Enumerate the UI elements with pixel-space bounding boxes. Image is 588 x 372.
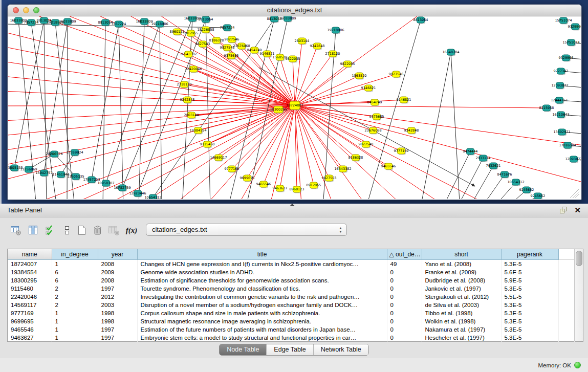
table-row[interactable]: 1830029562008Estimation of significance …: [8, 276, 575, 285]
graph-node[interactable]: 8471676: [497, 171, 512, 179]
cell-in_degree[interactable]: 1: [52, 260, 98, 269]
graph-node[interactable]: 9242848: [180, 97, 195, 104]
delete-rows-trash-button[interactable]: [91, 224, 104, 237]
cell-year[interactable]: 2009: [98, 268, 137, 276]
cell-name[interactable]: 9699695: [8, 317, 52, 325]
cell-pagerank[interactable]: 5.3E-5: [501, 301, 558, 309]
graph-node[interactable]: 9227342: [554, 68, 569, 75]
graph-node[interactable]: 8215958: [539, 105, 554, 112]
cell-short[interactable]: Dudbridge et al. (2008): [422, 276, 501, 285]
graph-node[interactable]: 9822035: [286, 56, 300, 63]
cell-out_degree[interactable]: 0: [387, 285, 422, 293]
cell-title[interactable]: Estimation of the future numbers of pati…: [137, 325, 387, 334]
graph-node[interactable]: 13692971: [553, 129, 570, 136]
cell-out_degree[interactable]: 0: [387, 268, 422, 276]
cell-out_degree[interactable]: 0: [387, 334, 422, 342]
cell-pagerank[interactable]: 5.3E-5: [501, 309, 558, 317]
cell-title[interactable]: Changes of HCN gene expression and I(f) …: [137, 260, 387, 269]
cell-title[interactable]: Structural magnetic resonance image aver…: [137, 317, 387, 325]
graph-node[interactable]: 17016504: [559, 142, 576, 149]
graph-node[interactable]: 9115460: [200, 141, 215, 148]
cell-name[interactable]: 19384554: [8, 268, 52, 276]
graph-node[interactable]: 16782759: [114, 185, 130, 192]
graph-node[interactable]: 8960123: [290, 186, 304, 193]
graph-node[interactable]: 9827548: [220, 45, 235, 52]
graph-node[interactable]: 7857224: [220, 25, 235, 32]
graph-node[interactable]: 16210643: [552, 112, 569, 119]
table-row[interactable]: 1938455462009Genome-wide association stu…: [8, 268, 575, 276]
cell-title[interactable]: Tourette syndrome. Phenomenology and cla…: [137, 285, 387, 293]
graph-node[interactable]: 9245652: [519, 187, 534, 194]
table-scrollbar[interactable]: [574, 249, 583, 341]
cell-out_degree[interactable]: 49: [387, 260, 422, 269]
cell-year[interactable]: 1998: [98, 309, 137, 317]
cell-year[interactable]: 2008: [98, 260, 137, 269]
graph-node[interactable]: 9146821: [397, 97, 411, 104]
graph-node[interactable]: 9777169: [394, 148, 409, 155]
graph-node[interactable]: 8813054: [199, 16, 213, 24]
cell-short[interactable]: Stergiakouli et al. (2012): [422, 293, 501, 301]
network-graph[interactable]: 1872400718300295896012389129551822605898…: [8, 16, 581, 199]
column-header-title[interactable]: title: [137, 249, 387, 260]
graph-node[interactable]: 16648784: [442, 49, 459, 56]
show-columns-button[interactable]: [27, 224, 40, 237]
graph-node[interactable]: 13505135: [67, 173, 84, 181]
cell-pagerank[interactable]: 5.3E-5: [501, 334, 558, 342]
cell-title[interactable]: Investigating the contribution of common…: [137, 293, 387, 301]
tab-node-table[interactable]: Node Table: [220, 344, 266, 355]
graph-node[interactable]: 8813054: [413, 17, 428, 24]
graph-node[interactable]: 9146821: [361, 85, 376, 92]
cell-year[interactable]: 2003: [98, 301, 137, 309]
cell-out_degree[interactable]: 0: [387, 325, 422, 334]
graph-node[interactable]: 9474444: [463, 148, 478, 156]
cell-name[interactable]: 22420046: [8, 293, 52, 301]
graph-node[interactable]: 9242848: [310, 43, 325, 50]
cell-pagerank[interactable]: 5.9E-5: [501, 276, 558, 285]
table-row[interactable]: 1456911722003Disruption of a novel membe…: [8, 301, 575, 309]
cell-title[interactable]: Corpus callosum shape and size in male p…: [137, 309, 387, 317]
resize-grip[interactable]: [570, 189, 579, 198]
graph-node[interactable]: 9463627: [273, 185, 288, 192]
table-row[interactable]: 2242004622012Investigating the contribut…: [8, 293, 575, 301]
select-columns-button[interactable]: [43, 224, 57, 237]
graph-node[interactable]: 16033809: [279, 16, 296, 23]
cell-out_degree[interactable]: 0: [387, 293, 422, 301]
network-view-window[interactable]: citations_edges.txt 18724007183002958960…: [7, 4, 582, 200]
cell-year[interactable]: 1998: [98, 317, 137, 325]
column-header-out_degree[interactable]: △ out_de…: [387, 249, 422, 260]
cell-name[interactable]: 9115460: [8, 285, 52, 293]
cell-in_degree[interactable]: 1: [52, 317, 98, 325]
cell-pagerank[interactable]: 5.3E-5: [501, 285, 558, 293]
graph-node[interactable]: 9822035: [340, 61, 355, 68]
cell-year[interactable]: 2008: [98, 276, 137, 285]
cell-in_degree[interactable]: 6: [52, 276, 98, 285]
graph-node[interactable]: 15942757: [35, 170, 52, 177]
cell-short[interactable]: Nakamura et al. (1997): [422, 325, 501, 334]
graph-node[interactable]: 17359924: [66, 149, 83, 157]
graph-node[interactable]: 9827503: [195, 41, 210, 48]
graph-node[interactable]: 7932621: [486, 163, 501, 170]
cell-in_degree[interactable]: 6: [52, 268, 98, 276]
minimize-window-button[interactable]: [23, 7, 29, 13]
cell-year[interactable]: 1997: [98, 334, 137, 342]
cell-short[interactable]: Wolkin et al. (1998): [422, 317, 501, 325]
graph-node[interactable]: 8912955: [184, 30, 199, 37]
graph-node[interactable]: 2803144: [295, 38, 310, 45]
graph-node[interactable]: 9827546: [225, 36, 239, 43]
table-settings-button[interactable]: [9, 224, 23, 237]
cell-name[interactable]: 18724007: [8, 260, 52, 269]
cell-name[interactable]: 9465546: [8, 325, 52, 334]
zoom-window-button[interactable]: [33, 7, 39, 13]
cell-out_degree[interactable]: 0: [387, 317, 422, 325]
graph-node[interactable]: 9375685: [369, 114, 384, 121]
table-row[interactable]: 1872400712008Changes of HCN gene express…: [8, 260, 575, 269]
graph-node[interactable]: 2718120: [325, 51, 340, 58]
cell-short[interactable]: Hescheler et al. (1997): [422, 334, 501, 342]
column-header-pagerank[interactable]: pagerank: [501, 249, 558, 260]
table-source-select[interactable]: citations_edges.txt ▲▼: [146, 224, 347, 236]
graph-node[interactable]: 15751074: [555, 17, 572, 25]
column-header-year[interactable]: year: [98, 249, 137, 260]
table-row[interactable]: 946362711997Embryonic stem cells: a mode…: [8, 334, 575, 342]
column-header-short[interactable]: short: [422, 249, 501, 260]
cell-name[interactable]: 18300295: [8, 276, 52, 285]
